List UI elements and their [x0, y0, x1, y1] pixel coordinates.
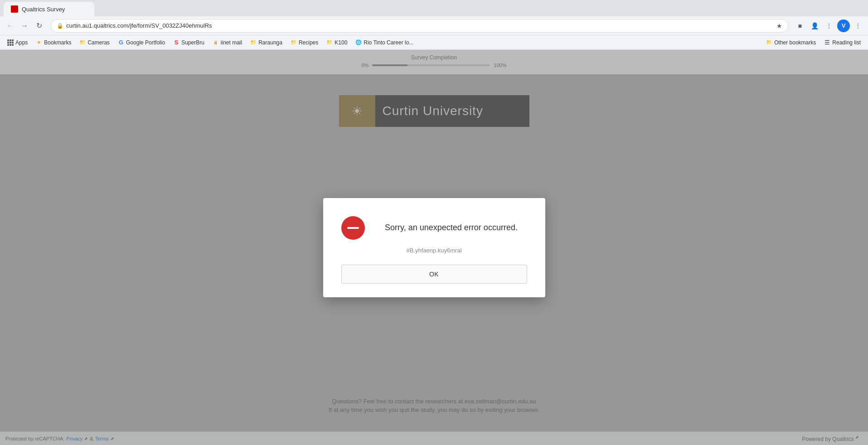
- extensions-button[interactable]: ■: [794, 19, 806, 32]
- bookmark-other-bookmarks[interactable]: 📁 Other bookmarks: [762, 38, 820, 48]
- more-tools-button[interactable]: ⋮: [823, 19, 835, 32]
- forward-button[interactable]: →: [18, 19, 31, 32]
- bookmark-recipes[interactable]: 📁 Recipes: [287, 38, 322, 48]
- tab-bar: Qualtrics Survey: [0, 0, 868, 16]
- dialog-error-code: #B.yhfaenp.kuy6mral: [406, 247, 461, 254]
- bookmark-star-icon: ★: [776, 22, 782, 29]
- cameras-folder-icon: 📁: [79, 39, 86, 46]
- bookmarks-right: 📁 Other bookmarks ☰ Reading list: [762, 38, 864, 48]
- reading-list-icon: ☰: [824, 39, 830, 46]
- bookmark-google-portfolio[interactable]: G Google Portfolio: [114, 38, 169, 48]
- nav-bar: ← → ↻ 🔒 curtin.au1.qualtrics.com/jfe/for…: [0, 16, 868, 35]
- apps-label: Apps: [15, 39, 28, 46]
- active-tab[interactable]: Qualtrics Survey: [4, 2, 94, 16]
- bookmark-google-portfolio-label: Google Portfolio: [126, 39, 165, 46]
- browser-frame: Qualtrics Survey ← → ↻ 🔒 curtin.au1.qual…: [0, 0, 868, 445]
- other-bookmarks-icon: 📁: [766, 39, 772, 46]
- bookmark-superbru-label: SuperBru: [181, 39, 204, 46]
- bookmark-recipes-label: Recipes: [299, 39, 318, 46]
- bookmark-apps[interactable]: Apps: [4, 38, 31, 48]
- bookmark-raraunga[interactable]: 📁 Raraunga: [247, 38, 286, 48]
- error-minus-icon: [347, 227, 359, 229]
- recipes-folder-icon: 📁: [291, 39, 297, 46]
- dialog-overlay: Sorry, an unexpected error occurred. #B.…: [0, 50, 868, 445]
- bookmark-k100-label: K100: [335, 39, 347, 46]
- dialog-button-row: OK: [341, 265, 527, 284]
- back-button[interactable]: ←: [4, 19, 16, 32]
- bookmark-bookmarks-label: Bookmarks: [44, 39, 71, 46]
- profile-button[interactable]: V: [837, 19, 850, 32]
- other-bookmarks-label: Other bookmarks: [774, 39, 816, 46]
- star-icon: ★: [36, 39, 42, 46]
- bookmark-bookmarks[interactable]: ★ Bookmarks: [32, 38, 75, 48]
- bookmark-raraunga-label: Raraunga: [258, 39, 282, 46]
- reading-list-label: Reading list: [832, 39, 861, 46]
- address-text: curtin.au1.qualtrics.com/jfe/form/SV_003…: [66, 22, 774, 29]
- nav-right-icons: ■ 👤 ⋮ V ⋮: [794, 19, 864, 32]
- apps-grid-icon: [7, 39, 14, 46]
- bookmark-cameras[interactable]: 📁 Cameras: [76, 38, 113, 48]
- dialog-message: Sorry, an unexpected error occurred.: [376, 222, 527, 233]
- error-icon-circle: [341, 216, 365, 240]
- bookmark-iinet[interactable]: ii iinet mail: [209, 38, 246, 48]
- tab-title: Qualtrics Survey: [22, 6, 65, 13]
- page-content: Survey Completion 0% 100% ☀ Curtin Unive…: [0, 50, 868, 445]
- bookmark-superbru[interactable]: S SuperBru: [170, 38, 208, 48]
- rio-tinto-globe-icon: 🌐: [355, 39, 362, 46]
- raraunga-icon: 📁: [250, 39, 257, 46]
- tab-favicon: [11, 5, 18, 13]
- bookmark-cameras-label: Cameras: [87, 39, 110, 46]
- iinet-icon: ii: [213, 39, 219, 46]
- reload-button[interactable]: ↻: [33, 19, 45, 32]
- bookmark-reading-list[interactable]: ☰ Reading list: [820, 38, 864, 48]
- bookmark-iinet-label: iinet mail: [221, 39, 242, 46]
- bookmarks-bar: Apps ★ Bookmarks 📁 Cameras G Google Port…: [0, 35, 868, 50]
- bookmark-k100[interactable]: 📁 K100: [323, 38, 351, 48]
- bookmark-rio-tinto[interactable]: 🌐 Rio Tinto Career lo...: [352, 38, 417, 48]
- lock-icon: 🔒: [57, 23, 63, 29]
- k100-folder-icon: 📁: [326, 39, 333, 46]
- google-g-icon: G: [118, 39, 124, 46]
- menu-button[interactable]: ⋮: [852, 19, 864, 32]
- ok-button[interactable]: OK: [341, 265, 527, 284]
- profile-icon-button[interactable]: 👤: [808, 19, 821, 32]
- bookmark-rio-tinto-label: Rio Tinto Career lo...: [364, 39, 413, 46]
- error-dialog: Sorry, an unexpected error occurred. #B.…: [323, 198, 545, 297]
- address-bar[interactable]: 🔒 curtin.au1.qualtrics.com/jfe/form/SV_0…: [51, 19, 788, 33]
- dialog-header: Sorry, an unexpected error occurred.: [341, 216, 527, 240]
- superbru-icon: S: [173, 39, 179, 46]
